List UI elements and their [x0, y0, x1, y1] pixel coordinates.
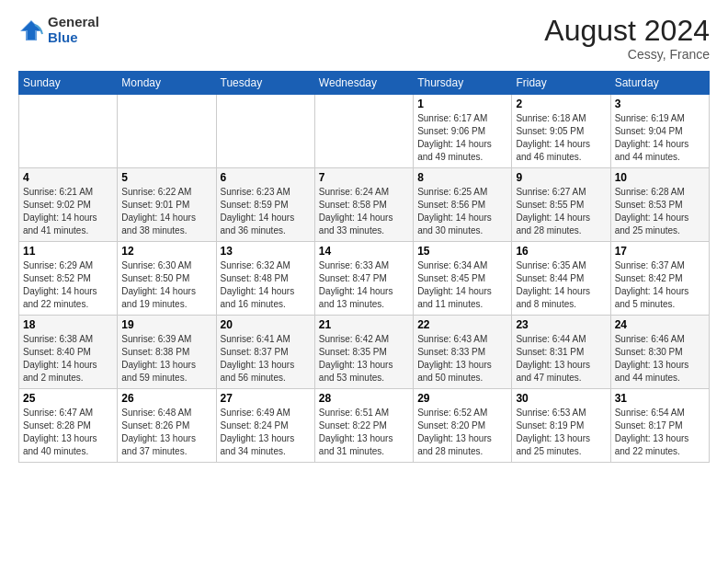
day-info: Sunrise: 6:35 AM Sunset: 8:44 PM Dayligh…: [516, 259, 606, 311]
day-info: Sunrise: 6:18 AM Sunset: 9:05 PM Dayligh…: [516, 112, 606, 164]
logo-text: General Blue: [48, 15, 99, 45]
calendar-cell: 26Sunrise: 6:48 AM Sunset: 8:26 PM Dayli…: [118, 389, 216, 463]
day-number: 14: [319, 245, 409, 258]
calendar-cell: [216, 95, 314, 168]
calendar-week-row: 4Sunrise: 6:21 AM Sunset: 9:02 PM Daylig…: [19, 168, 710, 242]
calendar-day-header: Monday: [118, 72, 216, 95]
calendar-cell: 19Sunrise: 6:39 AM Sunset: 8:38 PM Dayli…: [118, 316, 216, 389]
calendar-cell: 9Sunrise: 6:27 AM Sunset: 8:55 PM Daylig…: [512, 168, 610, 242]
logo-blue-text: Blue: [48, 30, 99, 46]
calendar-header-row: SundayMondayTuesdayWednesdayThursdayFrid…: [19, 72, 710, 95]
calendar-cell: 8Sunrise: 6:25 AM Sunset: 8:56 PM Daylig…: [414, 168, 512, 242]
calendar-cell: 20Sunrise: 6:41 AM Sunset: 8:37 PM Dayli…: [216, 316, 314, 389]
calendar-cell: 14Sunrise: 6:33 AM Sunset: 8:47 PM Dayli…: [314, 242, 413, 316]
calendar-day-header: Friday: [512, 72, 610, 95]
calendar-week-row: 18Sunrise: 6:38 AM Sunset: 8:40 PM Dayli…: [19, 316, 710, 389]
day-info: Sunrise: 6:47 AM Sunset: 8:28 PM Dayligh…: [23, 407, 113, 458]
day-info: Sunrise: 6:22 AM Sunset: 9:01 PM Dayligh…: [121, 186, 211, 237]
day-info: Sunrise: 6:52 AM Sunset: 8:20 PM Dayligh…: [417, 407, 507, 458]
day-number: 19: [121, 318, 211, 331]
day-info: Sunrise: 6:51 AM Sunset: 8:22 PM Dayligh…: [319, 407, 409, 458]
calendar-cell: [19, 95, 118, 168]
location: Cessy, France: [544, 47, 710, 62]
day-info: Sunrise: 6:34 AM Sunset: 8:45 PM Dayligh…: [417, 259, 507, 311]
calendar-day-header: Wednesday: [314, 72, 413, 95]
calendar-table: SundayMondayTuesdayWednesdayThursdayFrid…: [18, 71, 710, 463]
calendar-cell: 13Sunrise: 6:32 AM Sunset: 8:48 PM Dayli…: [216, 242, 314, 316]
day-info: Sunrise: 6:29 AM Sunset: 8:52 PM Dayligh…: [23, 259, 113, 311]
calendar-cell: 17Sunrise: 6:37 AM Sunset: 8:42 PM Dayli…: [610, 242, 709, 316]
calendar-cell: 22Sunrise: 6:43 AM Sunset: 8:33 PM Dayli…: [414, 316, 512, 389]
day-number: 10: [615, 171, 705, 184]
calendar-cell: [118, 95, 216, 168]
calendar-cell: 15Sunrise: 6:34 AM Sunset: 8:45 PM Dayli…: [414, 242, 512, 316]
day-info: Sunrise: 6:32 AM Sunset: 8:48 PM Dayligh…: [221, 259, 311, 311]
day-number: 5: [121, 171, 211, 184]
day-info: Sunrise: 6:28 AM Sunset: 8:53 PM Dayligh…: [615, 186, 705, 237]
day-info: Sunrise: 6:43 AM Sunset: 8:33 PM Dayligh…: [417, 333, 507, 385]
day-info: Sunrise: 6:24 AM Sunset: 8:58 PM Dayligh…: [319, 186, 409, 237]
day-info: Sunrise: 6:27 AM Sunset: 8:55 PM Dayligh…: [516, 186, 606, 237]
calendar-cell: 11Sunrise: 6:29 AM Sunset: 8:52 PM Dayli…: [19, 242, 118, 316]
calendar-cell: 5Sunrise: 6:22 AM Sunset: 9:01 PM Daylig…: [118, 168, 216, 242]
calendar-cell: 1Sunrise: 6:17 AM Sunset: 9:06 PM Daylig…: [414, 95, 512, 168]
day-info: Sunrise: 6:37 AM Sunset: 8:42 PM Dayligh…: [615, 259, 705, 311]
calendar-cell: 3Sunrise: 6:19 AM Sunset: 9:04 PM Daylig…: [610, 95, 709, 168]
day-number: 24: [615, 318, 705, 331]
calendar-cell: 4Sunrise: 6:21 AM Sunset: 9:02 PM Daylig…: [19, 168, 118, 242]
day-number: 4: [23, 171, 113, 184]
day-number: 9: [516, 171, 606, 184]
day-number: 15: [417, 245, 507, 258]
day-info: Sunrise: 6:49 AM Sunset: 8:24 PM Dayligh…: [221, 407, 311, 458]
day-number: 27: [221, 392, 311, 405]
day-info: Sunrise: 6:41 AM Sunset: 8:37 PM Dayligh…: [221, 333, 311, 385]
day-number: 26: [121, 392, 211, 405]
calendar-day-header: Saturday: [610, 72, 709, 95]
logo-general-text: General: [48, 15, 99, 30]
calendar-week-row: 25Sunrise: 6:47 AM Sunset: 8:28 PM Dayli…: [19, 389, 710, 463]
calendar-day-header: Tuesday: [216, 72, 314, 95]
day-number: 12: [121, 245, 211, 258]
day-number: 13: [221, 245, 311, 258]
calendar-cell: 30Sunrise: 6:53 AM Sunset: 8:19 PM Dayli…: [512, 389, 610, 463]
calendar-cell: 28Sunrise: 6:51 AM Sunset: 8:22 PM Dayli…: [314, 389, 413, 463]
day-number: 21: [319, 318, 409, 331]
page: General Blue August 2024 Cessy, France S…: [0, 0, 728, 472]
day-info: Sunrise: 6:21 AM Sunset: 9:02 PM Dayligh…: [23, 186, 113, 237]
day-number: 22: [417, 318, 507, 331]
day-number: 28: [319, 392, 409, 405]
calendar-day-header: Sunday: [19, 72, 118, 95]
logo: General Blue: [18, 15, 99, 45]
day-number: 7: [319, 171, 409, 184]
day-number: 23: [516, 318, 606, 331]
day-number: 20: [221, 318, 311, 331]
calendar-cell: 18Sunrise: 6:38 AM Sunset: 8:40 PM Dayli…: [19, 316, 118, 389]
calendar-cell: 10Sunrise: 6:28 AM Sunset: 8:53 PM Dayli…: [610, 168, 709, 242]
day-number: 8: [417, 171, 507, 184]
calendar-cell: [314, 95, 413, 168]
calendar-cell: 12Sunrise: 6:30 AM Sunset: 8:50 PM Dayli…: [118, 242, 216, 316]
day-number: 2: [516, 98, 606, 110]
day-number: 3: [615, 98, 705, 110]
day-info: Sunrise: 6:23 AM Sunset: 8:59 PM Dayligh…: [221, 186, 311, 237]
day-info: Sunrise: 6:39 AM Sunset: 8:38 PM Dayligh…: [121, 333, 211, 385]
calendar-cell: 2Sunrise: 6:18 AM Sunset: 9:05 PM Daylig…: [512, 95, 610, 168]
calendar-cell: 16Sunrise: 6:35 AM Sunset: 8:44 PM Dayli…: [512, 242, 610, 316]
day-info: Sunrise: 6:19 AM Sunset: 9:04 PM Dayligh…: [615, 112, 705, 164]
calendar-cell: 29Sunrise: 6:52 AM Sunset: 8:20 PM Dayli…: [414, 389, 512, 463]
day-info: Sunrise: 6:33 AM Sunset: 8:47 PM Dayligh…: [319, 259, 409, 311]
calendar-cell: 27Sunrise: 6:49 AM Sunset: 8:24 PM Dayli…: [216, 389, 314, 463]
calendar-cell: 7Sunrise: 6:24 AM Sunset: 8:58 PM Daylig…: [314, 168, 413, 242]
calendar-cell: 23Sunrise: 6:44 AM Sunset: 8:31 PM Dayli…: [512, 316, 610, 389]
day-info: Sunrise: 6:25 AM Sunset: 8:56 PM Dayligh…: [417, 186, 507, 237]
calendar-day-header: Thursday: [414, 72, 512, 95]
calendar-week-row: 1Sunrise: 6:17 AM Sunset: 9:06 PM Daylig…: [19, 95, 710, 168]
day-info: Sunrise: 6:42 AM Sunset: 8:35 PM Dayligh…: [319, 333, 409, 385]
logo-icon: [18, 17, 44, 43]
calendar-cell: 24Sunrise: 6:46 AM Sunset: 8:30 PM Dayli…: [610, 316, 709, 389]
day-info: Sunrise: 6:46 AM Sunset: 8:30 PM Dayligh…: [615, 333, 705, 385]
day-number: 16: [516, 245, 606, 258]
calendar-cell: 31Sunrise: 6:54 AM Sunset: 8:17 PM Dayli…: [610, 389, 709, 463]
day-number: 25: [23, 392, 113, 405]
calendar-cell: 25Sunrise: 6:47 AM Sunset: 8:28 PM Dayli…: [19, 389, 118, 463]
